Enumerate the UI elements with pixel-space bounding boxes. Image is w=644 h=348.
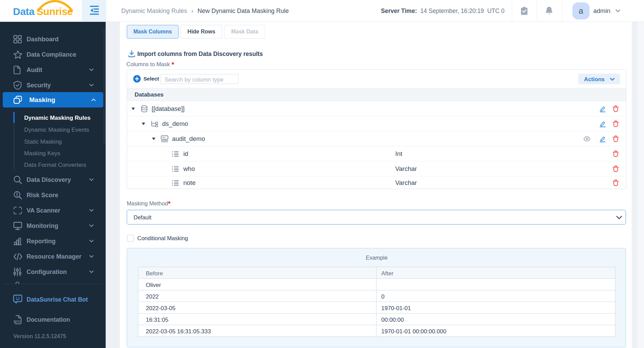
svg-text:DOC: DOC [14,319,21,323]
svg-text:Sunrise: Sunrise [36,6,73,17]
svg-text:Data: Data [13,6,35,17]
